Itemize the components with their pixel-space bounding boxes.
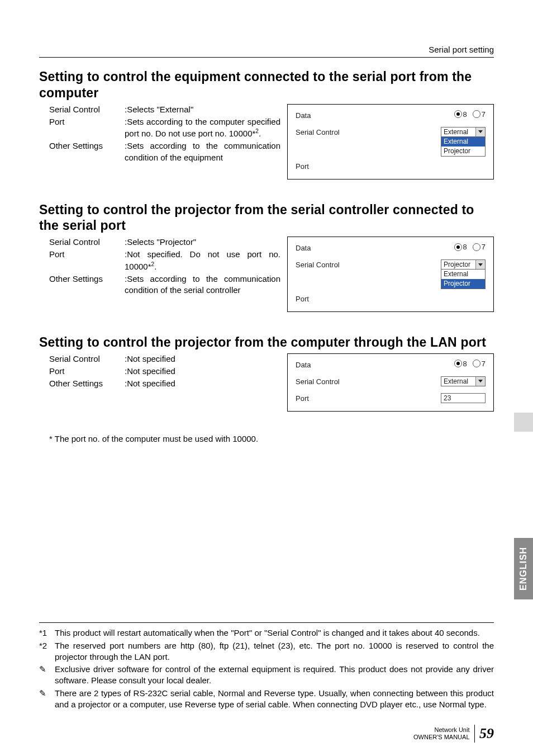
- settings-value: :Not specified: [125, 378, 280, 389]
- footnote-mark: *1: [39, 627, 55, 639]
- chevron-down-icon: [475, 127, 485, 136]
- side-tab-placeholder: [514, 413, 533, 432]
- dropdown-option[interactable]: Projector: [441, 147, 485, 156]
- footnotes: *1This product will restart automaticall…: [39, 622, 494, 711]
- settings-label: Serial Control: [39, 104, 125, 115]
- serial-control-dropdown[interactable]: ExternalProjector: [441, 136, 486, 157]
- footnote: ✎Exclusive driver software for control o…: [39, 664, 494, 687]
- radio-label: 7: [482, 243, 486, 251]
- radio-dot-icon: [473, 243, 480, 251]
- select-value: External: [444, 128, 468, 136]
- panel-data-label: Data: [296, 243, 454, 252]
- settings-label: Other Settings: [39, 273, 125, 296]
- radio-dot-icon: [454, 110, 462, 118]
- radio-option[interactable]: 8: [454, 360, 467, 368]
- radio-dot-icon: [473, 360, 480, 367]
- serial-control-dropdown[interactable]: ExternalProjector: [441, 269, 486, 289]
- settings-label: Port: [39, 116, 125, 140]
- page-footer: Network Unit OWNER'S MANUAL 59: [413, 725, 494, 743]
- panel-serial-control-label: Serial Control: [296, 259, 441, 269]
- page-topic: Serial port setting: [39, 45, 494, 58]
- settings-row: Serial Control:Selects "Projector": [39, 237, 280, 248]
- select-value: Projector: [444, 261, 470, 268]
- footnote-text: There are 2 types of RS-232C serial cabl…: [55, 688, 494, 711]
- settings-label: Port: [39, 249, 125, 272]
- settings-row: Port:Not specified: [39, 366, 280, 377]
- panel-port-label: Port: [296, 393, 441, 403]
- serial-control-select[interactable]: External: [441, 376, 486, 386]
- panel-serial-control-label: Serial Control: [296, 127, 441, 136]
- settings-label: Other Settings: [39, 378, 125, 389]
- settings-panel: Data87Serial ControlProjectorExternalPro…: [287, 237, 494, 312]
- footnote-text: Exclusive driver software for control of…: [55, 664, 494, 687]
- radio-dot-icon: [454, 243, 462, 251]
- data-bits-radio-group[interactable]: 87: [454, 243, 486, 251]
- settings-value: :Sets according to the computer specifie…: [125, 116, 280, 140]
- panel-port-label: Port: [296, 161, 486, 171]
- data-bits-radio-group[interactable]: 87: [454, 110, 486, 119]
- radio-option[interactable]: 7: [473, 360, 486, 368]
- settings-row: Other Settings:Sets according to the com…: [39, 140, 280, 163]
- settings-panel: Data87Serial ControlExternalExternalProj…: [287, 104, 494, 179]
- port-input[interactable]: 23: [441, 393, 486, 403]
- panel-data-label: Data: [296, 110, 454, 120]
- settings-value: :Not specified: [125, 353, 280, 365]
- footnote: *1This product will restart automaticall…: [39, 627, 494, 639]
- section-title: Setting to control the projector from th…: [39, 334, 494, 351]
- radio-label: 8: [463, 110, 467, 119]
- footnote: *2The reserved port numbers are http (80…: [39, 640, 494, 663]
- settings-row: Port:Sets according to the computer spec…: [39, 116, 280, 140]
- settings-value: :Sets according to the communication con…: [125, 140, 280, 163]
- settings-row: Port:Not specified. Do not use port no. …: [39, 249, 280, 272]
- settings-value: :Not specified. Do not use port no. 1000…: [125, 249, 280, 272]
- radio-option[interactable]: 7: [473, 110, 486, 119]
- section-title: Setting to control the equipment connect…: [39, 69, 494, 101]
- serial-control-select[interactable]: External: [441, 127, 486, 137]
- dropdown-option[interactable]: External: [441, 270, 485, 279]
- footnote-text: The reserved port numbers are http (80),…: [55, 640, 494, 663]
- data-bits-radio-group[interactable]: 87: [454, 360, 486, 368]
- mid-note: * The port no. of the computer must be u…: [39, 434, 494, 443]
- radio-label: 8: [463, 360, 467, 368]
- radio-option[interactable]: 8: [454, 110, 467, 119]
- radio-label: 7: [482, 360, 486, 368]
- settings-value: :Selects "Projector": [125, 237, 280, 248]
- settings-value: :Not specified: [125, 366, 280, 377]
- settings-value: :Sets according to the communication con…: [125, 273, 280, 296]
- radio-dot-icon: [473, 110, 480, 118]
- footnote-mark: ✎: [39, 688, 55, 711]
- page-number: 59: [479, 725, 494, 742]
- dropdown-option[interactable]: External: [441, 137, 485, 147]
- radio-option[interactable]: 7: [473, 243, 486, 251]
- footer-unit: Network Unit: [435, 726, 470, 733]
- footnote-mark: ✎: [39, 664, 55, 687]
- settings-row: Serial Control:Not specified: [39, 353, 280, 365]
- settings-row: Serial Control:Selects "External": [39, 104, 280, 115]
- settings-row: Other Settings:Sets according to the com…: [39, 273, 280, 296]
- panel-port-label: Port: [296, 294, 486, 303]
- select-value: External: [444, 377, 468, 385]
- chevron-down-icon: [475, 260, 485, 269]
- settings-label: Serial Control: [39, 353, 125, 365]
- panel-data-label: Data: [296, 360, 454, 369]
- footnote-text: This product will restart automatically …: [55, 627, 494, 639]
- settings-row: Other Settings:Not specified: [39, 378, 280, 389]
- footnote-mark: *2: [39, 640, 55, 663]
- chevron-down-icon: [475, 377, 485, 386]
- dropdown-option[interactable]: Projector: [441, 279, 485, 289]
- footnote: ✎There are 2 types of RS-232C serial cab…: [39, 688, 494, 711]
- radio-option[interactable]: 8: [454, 243, 467, 251]
- radio-dot-icon: [454, 360, 462, 367]
- settings-label: Other Settings: [39, 140, 125, 163]
- radio-label: 8: [463, 243, 467, 251]
- panel-serial-control-label: Serial Control: [296, 376, 441, 386]
- section-title: Setting to control the projector from th…: [39, 202, 494, 234]
- settings-panel: Data87Serial ControlExternalPort23: [287, 353, 494, 412]
- settings-label: Port: [39, 366, 125, 377]
- settings-value: :Selects "External": [125, 104, 280, 115]
- language-tab: ENGLISH: [514, 538, 533, 599]
- serial-control-select[interactable]: Projector: [441, 259, 486, 270]
- radio-label: 7: [482, 110, 486, 119]
- settings-label: Serial Control: [39, 237, 125, 248]
- footer-manual: OWNER'S MANUAL: [413, 734, 470, 740]
